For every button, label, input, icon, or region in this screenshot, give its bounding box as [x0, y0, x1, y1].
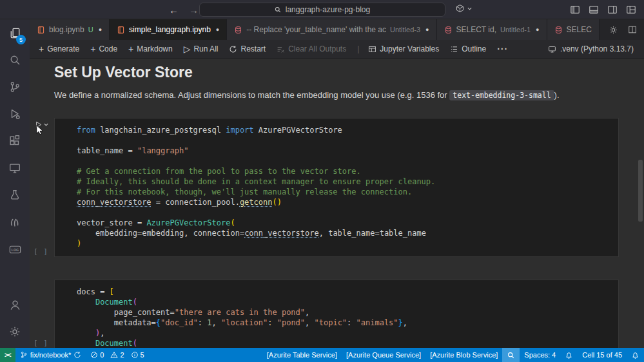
code-line: ), [77, 328, 618, 338]
extensions-icon [8, 135, 21, 148]
back-arrow-icon[interactable]: ← [169, 5, 179, 15]
jupyter-variables-button[interactable]: Jupyter Variables [368, 44, 439, 53]
search-query: langgraph-azure-pg-blog [286, 5, 370, 14]
paragraph-text-end: ). [554, 90, 560, 100]
toggle-secondary-sidebar-icon[interactable] [607, 5, 618, 15]
button-label: Outline [462, 44, 486, 53]
azurite-blob-service[interactable]: [Azurite Blob Service] [425, 348, 502, 362]
azurite-table-service[interactable]: [Azurite Table Service] [262, 348, 342, 362]
alert-indicator[interactable] [560, 348, 578, 362]
run-debug-icon [8, 108, 21, 120]
activity-testing[interactable] [0, 182, 30, 209]
activity-settings[interactable] [0, 318, 30, 345]
svg-text:LOG: LOG [11, 248, 19, 252]
cell-editor[interactable]: docs = [ Document( page_content="there a… [54, 280, 619, 348]
activity-source-control[interactable] [0, 73, 30, 100]
scrollbar-thumb[interactable] [638, 160, 643, 222]
activity-remote-explorer[interactable] [0, 155, 30, 182]
outline-button[interactable]: Outline [450, 44, 486, 53]
tab-label: simple_langgraph.ipynb [129, 25, 211, 34]
activity-extension-claw[interactable] [0, 209, 30, 236]
error-icon [90, 351, 98, 359]
status-label: [Azurite Table Service] [267, 351, 337, 359]
cell-editor[interactable]: from langchain_azure_postgresql import A… [54, 118, 619, 257]
package-icon [455, 4, 465, 14]
status-label: Cell 15 of 45 [582, 351, 622, 359]
tab-label: SELEC [567, 25, 592, 34]
more-button[interactable]: ··· [497, 44, 508, 53]
inline-code: text-embedding-3-small [449, 90, 554, 100]
tab-blog-ipynb[interactable]: blog.ipynbU● [30, 19, 110, 40]
gear-icon[interactable] [609, 25, 618, 35]
code-line: conn_vectorstore = connection_pool.getco… [77, 197, 618, 207]
button-label: Markdown [137, 44, 172, 53]
command-center-search[interactable]: langgraph-azure-pg-blog [199, 3, 445, 17]
run-cell-button[interactable] [34, 120, 49, 129]
database-icon [444, 26, 453, 34]
clear-all-outputs-button[interactable]: Clear All Outputs [277, 44, 346, 53]
activity-output-log[interactable]: LOG [0, 236, 30, 263]
markdown-button[interactable]: +Markdown [128, 44, 173, 53]
activity-run-debug[interactable] [0, 100, 30, 128]
count-value: 2 [120, 351, 124, 359]
toggle-sidebar-icon[interactable] [570, 5, 580, 15]
markdown-cell[interactable]: Set Up Vector Store We define a normaliz… [54, 62, 619, 101]
tab-strip: blog.ipynbU●simple_langgraph.ipynb●-- Re… [30, 19, 600, 40]
tab-simple-langgraph-ipynb[interactable]: simple_langgraph.ipynb● [110, 19, 227, 40]
execution-count: [ ] [34, 339, 48, 347]
count-value: 0 [100, 351, 104, 359]
customize-layout-icon[interactable] [626, 5, 636, 15]
code-line: docs = [ [77, 287, 618, 297]
cell-indicator[interactable]: Cell 15 of 45 [578, 348, 627, 362]
code-line: ) [77, 238, 618, 249]
notebook-icon [37, 26, 45, 34]
cell-gutter: [ ] [30, 280, 54, 348]
kernel-icon [548, 45, 556, 53]
tab-selec[interactable]: SELEC [547, 19, 600, 40]
code-line [77, 207, 618, 218]
button-label: Code [99, 44, 117, 53]
database-icon [234, 26, 242, 34]
activity-explorer[interactable]: 5 [0, 19, 30, 46]
kernel-picker[interactable]: .venv (Python 3.13.7) [548, 44, 644, 53]
azurite-queue-service[interactable]: [Azurite Queue Service] [342, 348, 425, 362]
activity-account[interactable] [0, 291, 30, 318]
info-count: 5 [131, 351, 144, 359]
restart-button[interactable]: Restart [229, 44, 266, 53]
spaces-indicator[interactable]: Spaces: 4 [520, 348, 560, 362]
copilot-menu[interactable] [455, 4, 473, 14]
git-branch[interactable]: fix/notebook* [15, 348, 86, 362]
button-label: Restart [240, 44, 266, 53]
source-control-icon [8, 81, 21, 93]
toolbar-separator: | [357, 44, 359, 53]
code-line: Document( [77, 297, 618, 307]
notebook-toolbar: +Generate+Code+Markdown▷Run AllRestartCl… [30, 40, 644, 59]
remote-indicator[interactable]: >< [0, 348, 15, 362]
button-label: Run All [193, 44, 218, 53]
run-all-button[interactable]: ▷Run All [184, 44, 219, 53]
code-line: # Ideally, this should be done in a cont… [77, 176, 618, 187]
button-label: Clear All Outputs [288, 44, 346, 53]
layout-controls [570, 0, 636, 19]
clear-all-icon [277, 45, 285, 53]
code-line: embedding=embedding, connection=conn_vec… [77, 228, 618, 238]
generate-button[interactable]: +Generate [39, 44, 79, 53]
problems[interactable]: 025 [86, 348, 152, 362]
code-button[interactable]: +Code [90, 44, 117, 53]
toggle-panel-icon[interactable] [589, 5, 599, 15]
tab-label: SELECT id, [456, 25, 496, 34]
split-editor-icon[interactable] [628, 25, 637, 34]
activity-extensions[interactable] [0, 128, 30, 155]
tab-untitled-3[interactable]: -- Replace 'your_table_name' with the ac… [227, 19, 436, 40]
forward-arrow-icon[interactable]: → [189, 5, 199, 15]
count-value: 5 [141, 351, 144, 359]
activity-search[interactable] [0, 46, 30, 73]
more-icon: ··· [497, 44, 508, 53]
notifications-bell[interactable] [627, 348, 644, 362]
notebook-toolbar-items: +Generate+Code+Markdown▷Run AllRestartCl… [39, 44, 519, 53]
tab-untitled-1[interactable]: SELECT id,Untitled-1● [437, 19, 547, 40]
zoom-indicator[interactable] [502, 348, 520, 362]
error-count: 0 [90, 351, 104, 359]
code-line: vector_store = AzurePGVectorStore( [77, 218, 618, 228]
tab-label: -- Replace 'your_table_name' with the ac [246, 25, 386, 34]
